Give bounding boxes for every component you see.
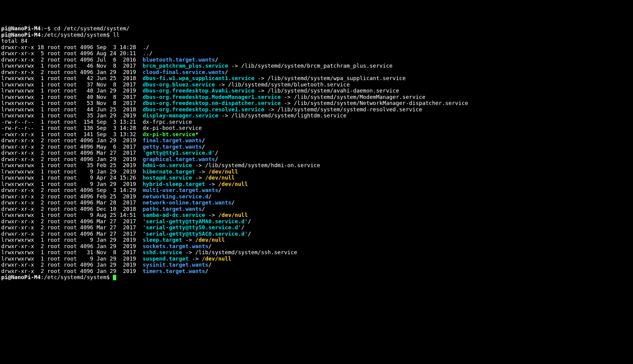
file-name: 'getty@tty1.service.d' (143, 150, 215, 156)
listing-row: drwxr-xr-x 2 root root 4096 Jan 29 2019 … (1, 137, 205, 143)
listing-row: drwxr-xr-x 2 root root 4096 Mar 27 2017 … (1, 224, 245, 231)
total-line: total 84 (1, 38, 28, 44)
listing-row: drwxr-xr-x 2 root root 4096 Mar 27 2017 … (1, 218, 251, 224)
file-name: sshd.service (143, 249, 182, 255)
prompt: pi@NanoPi-M4 (1, 274, 41, 280)
file-name: bluetooth.target.wants (143, 56, 215, 63)
file-name: dbus-fi.w1.wpa_supplicant1.service (143, 75, 254, 81)
file-name: sysinit.target.wants (143, 261, 208, 268)
file-name: dbus-org.bluez.service (143, 81, 215, 88)
file-name: dbus-org.freedesktop.Avahi.service (143, 87, 254, 94)
listing-row: drwxr-xr-x 2 root root 4096 Mar 28 2017 … (1, 199, 235, 206)
listing-row: drwxr-xr-x 2 root root 4096 Feb 25 2019 … (1, 193, 212, 200)
listing-row: lrwxrwxrwx 1 root root 35 Jan 29 2019 di… (1, 112, 347, 119)
link-target: /dev/null (195, 237, 225, 243)
cursor[interactable] (113, 275, 116, 280)
file-name: . (143, 44, 146, 50)
listing-row: lrwxrwxrwx 1 root root 9 Aug 25 14:51 sa… (1, 212, 248, 218)
listing-row: lrwxrwxrwx 1 root root 53 Nov 8 2017 dbu… (1, 100, 468, 106)
file-name: hostapd.service (143, 174, 192, 181)
file-name: multi-user.target.wants (143, 187, 218, 193)
link-target: /dev/null (205, 174, 235, 181)
link-target: /dev/null (218, 181, 248, 187)
listing-row: -rw-r--r-- 1 root root 136 Sep 3 14:28 d… (1, 125, 202, 131)
terminal-output[interactable]: pi@NanoPi-M4:~$ cd /etc/systemd/system/ … (1, 25, 632, 281)
file-name: dbus-org.freedesktop.nm-dispatcher.servi… (143, 100, 281, 106)
file-name: suspend.target (143, 255, 189, 262)
file-name: dx-pi-bt.service (143, 131, 195, 137)
listing-row: -rw-r--r-- 1 root root 154 Sep 3 13:21 d… (1, 119, 192, 125)
listing-row: drwxr-xr-x 5 root root 4096 Aug 24 20:11… (1, 50, 153, 56)
link-target: /dev/null (218, 212, 248, 218)
file-name: 'serial-getty@ttyS0.service.d' (143, 224, 241, 231)
file-name: networking.service.d (143, 193, 208, 200)
listing-row: drwxr-xr-x 2 root root 4096 Jan 29 2019 … (1, 156, 218, 162)
file-name: samba-ad-dc.service (143, 212, 205, 218)
listing-row: lrwxrwxrwx 1 root root 37 Nov 8 2017 dbu… (1, 81, 350, 88)
file-name: brcm_patchram_plus.service (143, 62, 228, 69)
file-name: paths.target.wants (143, 206, 202, 212)
listing-row: drwxr-xr-x 2 root root 4096 Sep 3 14:29 … (1, 187, 222, 193)
listing-row: lrwxrwxrwx 1 root root 40 Jan 29 2019 db… (1, 87, 399, 94)
listing-row: lrwxrwxrwx 1 root root 35 Feb 25 2019 hd… (1, 162, 320, 168)
listing-row: lrwxrwxrwx 1 root root 40 Nov 8 2017 dbu… (1, 94, 425, 100)
file-name: hibernate.target (143, 168, 195, 175)
command: cd /etc/systemd/system/ (54, 25, 129, 32)
file-name: hybrid-sleep.target (143, 181, 205, 187)
listing-row: lrwxrwxrwx 1 root root 9 Jan 29 2019 sus… (1, 255, 232, 262)
listing-row: lrwxrwxrwx 1 root root 46 Nov 8 2017 brc… (1, 62, 393, 69)
listing-row: drwxr-xr-x 2 root root 4096 May 6 2017 g… (1, 143, 205, 150)
listing-row: lrwxrwxrwx 1 root root 42 Jun 25 2018 db… (1, 75, 406, 81)
link-target: /dev/null (202, 255, 232, 262)
prompt: pi@NanoPi-M4 (1, 32, 41, 38)
file-name: final.target.wants (143, 137, 202, 143)
link-target: /dev/null (208, 168, 238, 175)
listing-row: lrwxrwxrwx 1 root root 31 Nov 8 2017 ssh… (1, 249, 297, 255)
command: ll (113, 32, 120, 38)
file-name: graphical.target.wants (143, 156, 215, 162)
file-name: timers.target.wants (143, 268, 205, 274)
file-name: network-online.target.wants (143, 199, 232, 206)
listing-row: drwxr-xr-x 2 root root 4096 Jul 6 2016 b… (1, 56, 218, 63)
file-name: sleep.target (143, 237, 182, 243)
file-name: dx-pi-boot.service (143, 125, 202, 131)
file-name: 'serial-getty@ttySAC0.service.d' (143, 231, 248, 237)
file-name: dx-frpc.service (143, 119, 192, 125)
file-name: cloud-final.service.wants (143, 69, 225, 75)
listing-row: drwxr-xr-x 2 root root 4096 Jan 29 2019 … (1, 243, 212, 249)
file-name: 'serial-getty@ttyAMA0.service.d' (143, 218, 248, 224)
listing-row: lrwxrwxrwx 1 root root 9 Apr 24 15:26 ho… (1, 174, 235, 181)
file-name: sockets.target.wants (143, 243, 208, 249)
listing-row: lrwxrwxrwx 1 root root 9 Jan 29 2019 hib… (1, 168, 238, 175)
file-name: dbus-org.freedesktop.ModemManager1.servi… (143, 94, 281, 100)
file-name: getty.target.wants (143, 143, 202, 150)
listing-row: drwxr-xr-x 2 root root 4096 Jan 29 2019 … (1, 268, 208, 274)
prompt: pi@NanoPi-M4 (1, 25, 41, 32)
listing-row: -rwxr-xr-x 1 root root 141 Sep 3 13:32 d… (1, 131, 198, 137)
listing-row: drwxr-xr-x 2 root root 4096 Mar 27 2017 … (1, 231, 251, 237)
file-name: .. (143, 50, 149, 56)
listing-row: drwxr-xr-x 2 root root 4096 Dec 10 2018 … (1, 206, 205, 212)
file-name: dbus-org.freedesktop.resolve1.service (143, 106, 264, 113)
file-name: display-manager.service (143, 112, 218, 119)
listing-row: drwxr-xr-x 2 root root 4096 Mar 27 2017 … (1, 150, 218, 156)
listing-row: drwxr-xr-x 18 root root 4096 Sep 3 14:28… (1, 44, 149, 50)
file-name: hdmi-on.service (143, 162, 192, 168)
listing-row: lrwxrwxrwx 1 root root 9 Jan 29 2019 sle… (1, 237, 225, 243)
listing-row: drwxr-xr-x 2 root root 4096 Jan 29 2019 … (1, 69, 228, 75)
listing-row: drwxr-xr-x 2 root root 4096 Jan 29 2019 … (1, 261, 212, 268)
listing-row: lrwxrwxrwx 1 root root 44 Jun 25 2018 db… (1, 106, 422, 113)
listing-row: lrwxrwxrwx 1 root root 9 Jan 29 2019 hyb… (1, 181, 248, 187)
